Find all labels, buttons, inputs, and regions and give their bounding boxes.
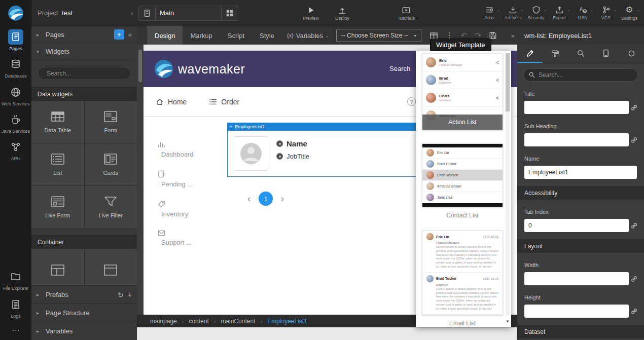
variables-menu[interactable]: {x} Variables ⌄ (287, 32, 329, 40)
template-action-list[interactable]: Eric Product Manager < Brad Engineer < C… (422, 53, 503, 130)
vcs-button[interactable]: ⌄ VCS (594, 6, 618, 20)
refresh-icon[interactable]: ↻ (118, 291, 124, 299)
name-input[interactable] (524, 166, 637, 179)
item-name: Amanda Brown (437, 184, 461, 188)
tab-index-input[interactable] (524, 219, 629, 232)
scroll-down-icon[interactable]: ▾ (505, 318, 510, 325)
export-button[interactable]: ⌄ Export (548, 6, 571, 20)
deploy-button[interactable]: Deploy (331, 6, 354, 21)
widget-tile-cards[interactable]: Cards (85, 143, 137, 185)
bind-link-icon[interactable] (631, 309, 637, 314)
avatar (426, 194, 434, 201)
tutorials-button[interactable]: Tutorials (395, 6, 418, 21)
bind-link-icon[interactable] (631, 105, 637, 110)
variables-section-header[interactable]: ▸ Variables (31, 322, 137, 340)
widget-tile-form[interactable]: Form (85, 101, 137, 143)
page-grid-icon[interactable] (221, 6, 238, 20)
page-structure-label: Page Structure (46, 309, 90, 317)
live-form-icon (50, 196, 65, 208)
expand-panel-icon[interactable]: » (509, 32, 517, 40)
tab-script[interactable]: Script (220, 26, 252, 45)
sidebar-item-logs[interactable]: Logs (1, 294, 30, 321)
sidebar-item-java-services[interactable]: Java Services (1, 109, 30, 136)
project-chevron-icon[interactable]: › (131, 9, 133, 17)
accessibility-label: Accessibility (524, 190, 557, 197)
widget-tile-data-table[interactable]: Data Table (31, 101, 84, 143)
tab-search-properties[interactable] (568, 45, 593, 63)
collapse-panel-icon[interactable]: « (128, 31, 132, 39)
prefabs-section-header[interactable]: ▸ Prefabs ↻ + (31, 285, 137, 304)
bind-link-icon[interactable] (631, 137, 637, 143)
screen-size-select[interactable]: -- Choose Screen Size -- ▾ (336, 29, 421, 42)
nav-order[interactable]: Order (209, 98, 239, 106)
sidebar-item-web-services[interactable]: Web Services (1, 82, 30, 109)
wavemaker-logo[interactable] (0, 0, 31, 26)
rail-label: Pages (9, 46, 22, 51)
bind-marker-icon[interactable] (276, 140, 283, 147)
help-icon[interactable]: ? (407, 97, 416, 106)
breadcrumb-employeelist1[interactable]: EmployeeList1 (267, 318, 307, 325)
template-email-list[interactable]: Eric Lin 1973-10-21 Product Manager Lore… (422, 230, 503, 315)
preview-button[interactable]: Preview (299, 6, 323, 21)
add-page-button[interactable]: + (114, 29, 124, 40)
nav-home[interactable]: Home (156, 98, 187, 106)
pages-section-header[interactable]: ▸ Pages + « (31, 26, 137, 43)
popup-scrollbar[interactable] (506, 53, 510, 316)
canvas-scrollbar-thumb[interactable] (138, 50, 142, 82)
sidebar-item-databases[interactable]: Databases (1, 54, 30, 81)
data-widgets-label: Data widgets (38, 91, 73, 98)
side-nav-inventory[interactable]: Inventory (158, 200, 194, 218)
sidebar-item-pages[interactable]: Pages (1, 26, 30, 54)
title-input[interactable] (524, 101, 629, 114)
breadcrumb-content[interactable]: content (189, 318, 208, 325)
next-page-icon[interactable]: › (281, 194, 284, 204)
widget-tile-live-filter[interactable]: Live Filter (85, 186, 137, 228)
canvas-scrollbar[interactable] (137, 45, 144, 327)
tab-design[interactable]: Design (147, 26, 183, 45)
active-page-name[interactable]: Main (155, 6, 221, 20)
settings-button[interactable]: ⚙ ⌄ Settings (618, 6, 641, 21)
widget-tile-list[interactable]: List (31, 143, 84, 185)
page-number[interactable]: 1 (259, 192, 273, 206)
widgets-section-header[interactable]: ▾ Widgets (31, 43, 137, 60)
side-nav-dashboard[interactable]: Dashboard (158, 141, 194, 158)
sidebar-item-file-explorer[interactable]: File Explorer (1, 266, 30, 293)
widget-tile-grid-layout[interactable] (31, 249, 84, 285)
prev-page-icon[interactable]: ‹ (247, 194, 251, 204)
breadcrumb-mainpage[interactable]: mainpage (150, 318, 177, 325)
breadcrumb-maincontent[interactable]: mainContent (221, 318, 255, 325)
pages-icon (8, 29, 23, 45)
i18n-button[interactable]: A ⌄ I18N (571, 6, 594, 20)
height-input[interactable] (524, 305, 629, 318)
template-contact-list[interactable]: Eric Lin Brad Tucker Chris Watson Amanda… (422, 143, 503, 207)
subheading-input[interactable] (524, 133, 629, 146)
page-search-link[interactable]: Search (389, 65, 410, 72)
properties-search-input[interactable] (539, 71, 632, 79)
bind-link-icon[interactable] (631, 223, 637, 229)
rail-label: Java Services (2, 129, 30, 134)
width-input[interactable] (524, 272, 629, 285)
add-prefab-icon[interactable]: + (128, 291, 132, 299)
page-doc-icon[interactable] (139, 6, 155, 20)
widget-tile-panel-layout[interactable] (85, 249, 137, 285)
more-options-icon[interactable]: ⋯ (12, 321, 20, 340)
popup-scrollbar-thumb[interactable] (506, 53, 510, 111)
tab-markup[interactable]: Markup (183, 26, 220, 45)
tab-styles[interactable] (543, 45, 568, 63)
tab-device[interactable] (593, 45, 619, 63)
tab-properties[interactable] (517, 45, 543, 63)
page-structure-section-header[interactable]: ▸ Page Structure (31, 304, 137, 322)
container-group-header: Container (31, 235, 137, 249)
side-nav-pending[interactable]: Pending ... (158, 170, 194, 188)
tab-more[interactable] (619, 45, 644, 63)
side-nav-support[interactable]: Support ... (158, 230, 194, 246)
artifacts-button[interactable]: ⌄ Artifacts (501, 6, 524, 20)
jobs-button[interactable]: ⌄ Jobs (478, 6, 501, 20)
security-button[interactable]: ⌄ Security (524, 6, 548, 20)
bind-link-icon[interactable] (631, 276, 637, 282)
bind-marker-icon[interactable] (276, 153, 283, 160)
sidebar-item-apis[interactable]: APIs (1, 136, 30, 164)
widget-search-input[interactable] (47, 70, 125, 77)
widget-tile-live-form[interactable]: Live Form (31, 186, 84, 228)
tab-style[interactable]: Style (252, 26, 282, 45)
